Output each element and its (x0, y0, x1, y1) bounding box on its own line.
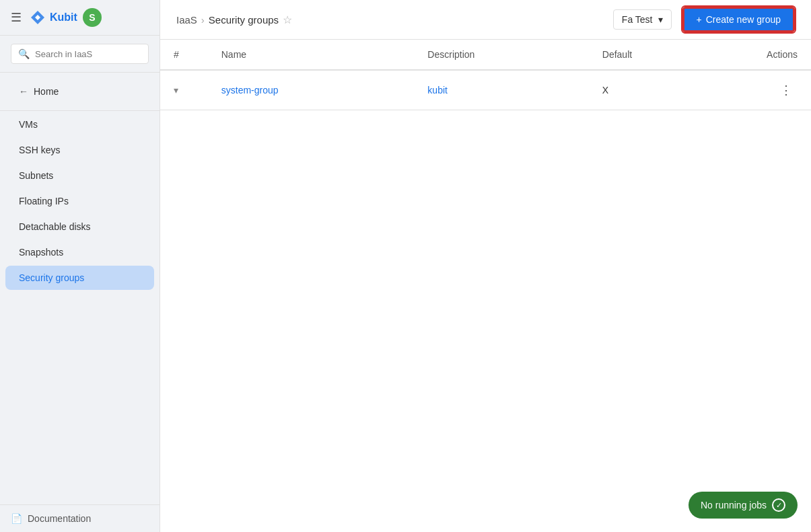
row-actions-menu-button[interactable]: ⋮ (775, 80, 798, 100)
col-header-actions: Actions (715, 40, 811, 70)
col-header-hash: # (160, 40, 208, 70)
chevron-down-icon: ▾ (658, 14, 663, 25)
status-bar: No running jobs ✓ (689, 492, 798, 519)
sidebar-item-subnets[interactable]: Subnets (5, 163, 154, 188)
content-area: # Name Description Default Actions (160, 40, 811, 532)
search-area: 🔍 (0, 36, 160, 73)
sidebar-bottom: 📄 Documentation (0, 504, 160, 532)
sidebar-item-home[interactable]: ← Home (5, 79, 154, 104)
security-groups-table: # Name Description Default Actions (160, 40, 811, 110)
create-new-group-button[interactable]: + Create new group (682, 7, 795, 32)
hamburger-icon[interactable]: ☰ (11, 10, 22, 25)
row-expand: ▾ (160, 70, 208, 110)
search-icon: 🔍 (18, 48, 30, 59)
nav-list: VMs SSH keys Subnets Floating IPs Detach… (0, 111, 160, 291)
table-body: ▾ system-group kubit X ⋮ (160, 70, 811, 110)
breadcrumb-separator: › (201, 14, 205, 26)
row-default: X (589, 70, 716, 110)
sidebar-item-ssh-keys[interactable]: SSH keys (5, 138, 154, 162)
sidebar-header: ☰ Kubit S (0, 0, 160, 36)
favorite-star-icon[interactable]: ☆ (283, 13, 292, 26)
sidebar-item-vms[interactable]: VMs (5, 112, 154, 137)
check-icon: ✓ (772, 498, 785, 512)
sidebar: ☰ Kubit S 🔍 ← Home VMs (0, 0, 160, 532)
subnets-label: Subnets (19, 170, 53, 181)
no-jobs-label: No running jobs (701, 500, 767, 510)
row-description: kubit (414, 70, 588, 110)
col-header-description: Description (414, 40, 588, 70)
table-container: # Name Description Default Actions (160, 40, 811, 110)
snapshots-label: Snapshots (19, 247, 63, 258)
col-header-default: Default (589, 40, 716, 70)
row-chevron-icon[interactable]: ▾ (174, 85, 178, 96)
documentation-item[interactable]: 📄 Documentation (11, 513, 149, 524)
arrow-left-icon: ← (19, 86, 28, 97)
row-name: system-group (208, 70, 415, 110)
plus-icon: + (697, 14, 702, 25)
security-groups-label: Security groups (19, 272, 84, 283)
kubit-logo[interactable]: Kubit (28, 8, 77, 27)
search-wrap[interactable]: 🔍 (11, 44, 149, 64)
tenant-name: Fa Test (622, 14, 653, 25)
top-right: Fa Test ▾ + Create new group (613, 7, 795, 32)
sidebar-item-security-groups[interactable]: Security groups (5, 266, 154, 290)
table-header: # Name Description Default Actions (160, 40, 811, 70)
home-label: Home (34, 86, 59, 97)
main-content: IaaS › Security groups ☆ Fa Test ▾ + Cre… (160, 0, 811, 532)
group-name-link[interactable]: system-group (221, 85, 279, 96)
group-description: kubit (427, 85, 448, 96)
row-actions: ⋮ (715, 70, 811, 110)
sidebar-item-snapshots[interactable]: Snapshots (5, 240, 154, 264)
floating-ips-label: Floating IPs (19, 196, 69, 206)
no-running-jobs-badge: No running jobs ✓ (689, 492, 798, 519)
col-header-name: Name (208, 40, 415, 70)
search-input[interactable] (35, 49, 141, 59)
default-value: X (602, 85, 608, 96)
kubit-logo-text: Kubit (50, 11, 77, 24)
documentation-label: Documentation (28, 513, 91, 524)
tenant-selector[interactable]: Fa Test ▾ (613, 9, 672, 30)
breadcrumb-current: Security groups (209, 14, 279, 26)
document-icon: 📄 (11, 513, 22, 524)
breadcrumb: IaaS › Security groups ☆ (176, 13, 292, 26)
top-bar: IaaS › Security groups ☆ Fa Test ▾ + Cre… (160, 0, 811, 40)
sidebar-item-detachable-disks[interactable]: Detachable disks (5, 215, 154, 239)
secondary-logo: S (83, 8, 102, 27)
create-btn-label: Create new group (706, 14, 781, 25)
breadcrumb-parent[interactable]: IaaS (176, 14, 197, 26)
ssh-keys-label: SSH keys (19, 145, 60, 155)
table-row: ▾ system-group kubit X ⋮ (160, 70, 811, 110)
detachable-disks-label: Detachable disks (19, 221, 91, 232)
vms-label: VMs (19, 119, 38, 130)
nav-section: ← Home (0, 73, 160, 111)
kubit-logo-icon (28, 8, 47, 27)
sidebar-item-floating-ips[interactable]: Floating IPs (5, 189, 154, 213)
logo-area: Kubit S (28, 8, 102, 27)
